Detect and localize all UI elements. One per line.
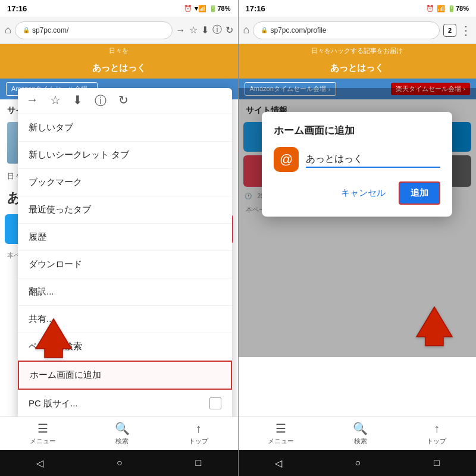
right-arrow-annotation [411, 301, 458, 351]
menu-download-icon[interactable]: ⬇ [73, 93, 83, 109]
star-icon[interactable]: ☆ [189, 24, 198, 36]
dropdown-overlay: → ☆ ⬇ ⓘ ↻ 新しいタブ 新しいシークレット タブ ブックマーク 最近 [0, 88, 238, 416]
right-site-title: あっとはっく [239, 58, 477, 79]
dialog-buttons: キャンセル 追加 [274, 181, 440, 205]
left-url-text: sp7pc.com/ [32, 26, 68, 35]
right-system-nav: ◁ ○ □ [239, 450, 477, 476]
menu-icon: ☰ [37, 421, 48, 436]
right-signal-icon: 📶 [437, 5, 445, 12]
dropdown-menu: → ☆ ⬇ ⓘ ↻ 新しいタブ 新しいシークレット タブ ブックマーク 最近 [18, 88, 232, 416]
add-to-home-dialog: ホーム画面に追加 @ キャンセル 追加 [262, 112, 452, 217]
battery-icon: 🔋78% [209, 5, 230, 12]
menu-item-add-home[interactable]: ホーム画面に追加 [18, 361, 232, 390]
right-home-button[interactable]: ○ [355, 458, 361, 468]
menu-item-history[interactable]: 履歴 [18, 224, 232, 251]
right-url-field[interactable]: 🔒 sp7pc.com/profile [253, 21, 440, 39]
left-arrow-annotation [30, 313, 77, 363]
menu-top-row: → ☆ ⬇ ⓘ ↻ [18, 88, 232, 114]
left-status-icons: ⏰ ▾📶 🔋78% [184, 5, 230, 12]
left-status-bar: 17:16 ⏰ ▾📶 🔋78% [0, 0, 238, 17]
right-home-icon[interactable]: ⌂ [243, 24, 250, 36]
right-time: 17:16 [246, 4, 265, 13]
right-alarm-icon: ⏰ [426, 5, 434, 12]
right-lock-icon: 🔒 [261, 27, 268, 33]
left-arrow-svg [30, 313, 77, 361]
menu-item-incognito[interactable]: 新しいシークレット タブ [18, 142, 232, 169]
back-button[interactable]: ◁ [36, 458, 43, 469]
recent-button[interactable]: □ [195, 458, 201, 468]
right-bottom-nav: ☰ メニュー 🔍 検索 ↑ トップ [239, 416, 477, 450]
right-nav-search[interactable]: 🔍 検索 [353, 421, 368, 446]
left-page-bg: 日々を あっとはっく Amazonタイムセール会場 › サイト情報 日々を あ … [0, 44, 238, 416]
info-icon[interactable]: ⓘ [212, 24, 222, 36]
left-site-title: あっとはっく [0, 58, 238, 79]
menu-item-translate[interactable]: 翻訳... [18, 278, 232, 306]
desktop-checkbox[interactable] [209, 397, 221, 409]
home-icon[interactable]: ⌂ [5, 24, 11, 36]
right-top-icon: ↑ [434, 422, 440, 436]
left-url-field[interactable]: 🔒 sp7pc.com/ [15, 21, 173, 39]
left-url-bar: ⌂ 🔒 sp7pc.com/ → ☆ ⬇ ⓘ ↻ [0, 17, 238, 44]
right-menu-icon: ☰ [275, 421, 286, 436]
left-nav-search[interactable]: 🔍 検索 [115, 421, 130, 446]
menu-item-recent-tabs[interactable]: 最近使ったタブ [18, 196, 232, 224]
right-back-button[interactable]: ◁ [275, 458, 282, 469]
right-url-text: sp7pc.com/profile [270, 26, 326, 35]
top-icon: ↑ [195, 422, 201, 436]
right-status-icons: ⏰ 📶 🔋78% [426, 5, 469, 12]
alarm-icon: ⏰ [184, 5, 192, 12]
right-nav-top[interactable]: ↑ トップ [427, 422, 446, 446]
dialog-title: ホーム画面に追加 [274, 124, 440, 137]
right-battery-icon: 🔋78% [447, 5, 469, 12]
menu-item-new-tab[interactable]: 新しいタブ [18, 114, 232, 142]
right-more-icon[interactable]: ⋮ [460, 23, 471, 37]
right-tab-count[interactable]: 2 [443, 24, 456, 37]
dialog-app-icon: @ [274, 147, 299, 172]
menu-refresh-icon[interactable]: ↻ [118, 93, 129, 109]
right-nav-menu[interactable]: ☰ メニュー [268, 421, 294, 446]
svg-marker-1 [416, 307, 452, 346]
home-button[interactable]: ○ [117, 458, 123, 468]
right-url-bar: ⌂ 🔒 sp7pc.com/profile 2 ⋮ [239, 17, 477, 44]
download-icon[interactable]: ⬇ [201, 24, 209, 36]
right-page-bg: 日々をハックする記事をお届け あっとはっく Amazonタイムセール会場 › 楽… [239, 44, 477, 416]
menu-info-icon[interactable]: ⓘ [95, 93, 107, 109]
right-site-banner: 日々をハックする記事をお届け [239, 44, 477, 58]
left-nav-top[interactable]: ↑ トップ [189, 422, 208, 446]
menu-item-desktop[interactable]: PC 版サイ... [18, 390, 232, 416]
menu-item-bookmark[interactable]: ブックマーク [18, 169, 232, 196]
menu-item-download[interactable]: ダウンロード [18, 251, 232, 278]
dialog-input-row: @ [274, 147, 440, 172]
right-status-bar: 17:16 ⏰ 📶 🔋78% [239, 0, 477, 17]
menu-star-icon[interactable]: ☆ [50, 93, 61, 109]
svg-marker-0 [36, 319, 71, 358]
right-recent-button[interactable]: □ [434, 458, 440, 468]
dialog-text-input[interactable] [306, 151, 440, 168]
dialog-cancel-button[interactable]: キャンセル [335, 184, 392, 202]
left-panel: 17:16 ⏰ ▾📶 🔋78% ⌂ 🔒 sp7pc.com/ → ☆ ⬇ ⓘ ↻… [0, 0, 238, 476]
menu-forward-icon[interactable]: → [26, 93, 38, 109]
right-arrow-svg [411, 301, 458, 349]
lock-icon: 🔒 [23, 27, 30, 33]
left-time: 17:16 [7, 4, 27, 13]
forward-icon[interactable]: → [176, 25, 186, 36]
refresh-icon[interactable]: ↻ [226, 24, 233, 36]
left-bottom-nav: ☰ メニュー 🔍 検索 ↑ トップ [0, 416, 238, 450]
right-panel: 17:16 ⏰ 📶 🔋78% ⌂ 🔒 sp7pc.com/profile 2 ⋮… [239, 0, 477, 476]
signal-icon: ▾📶 [195, 5, 206, 12]
search-icon: 🔍 [115, 421, 130, 436]
left-site-banner: 日々を [0, 44, 238, 58]
dialog-add-button[interactable]: 追加 [399, 181, 440, 205]
right-search-icon: 🔍 [353, 421, 368, 436]
left-system-nav: ◁ ○ □ [0, 450, 238, 476]
left-nav-menu[interactable]: ☰ メニュー [30, 421, 56, 446]
